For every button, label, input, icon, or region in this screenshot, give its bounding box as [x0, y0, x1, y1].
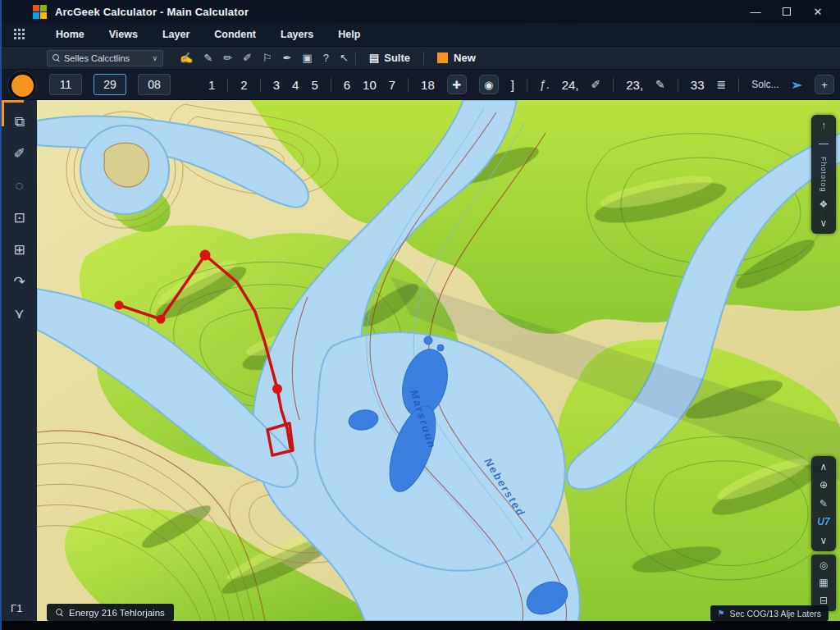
screen-icon[interactable]: ⊡ — [13, 211, 25, 225]
record-orange-button[interactable] — [7, 71, 37, 100]
flag-icon[interactable]: ⚐ — [262, 52, 272, 64]
pen-icon[interactable]: ✐ — [243, 52, 252, 64]
num-4[interactable]: 4 — [292, 78, 299, 92]
grid-icon[interactable]: ▦ — [819, 577, 828, 588]
number-box-11[interactable]: 11 — [49, 74, 82, 95]
lasso-icon[interactable]: ↖ — [340, 52, 349, 64]
numbers-strip: 12345610718✚◉]ƒ.24,✐23,✎33≣Solc...➢+ — [208, 75, 840, 94]
map-right-panel-bottom[interactable]: ∧ ⊕ ✎ U7 ∨ — [811, 456, 836, 551]
num-3[interactable]: 3 — [273, 78, 280, 92]
num-24[interactable]: 24, — [562, 78, 579, 92]
calligraphy-pen-icon[interactable]: ✍ — [180, 52, 193, 64]
dashed-circle-select-icon[interactable]: ◌ — [15, 179, 23, 193]
num-5[interactable]: 5 — [311, 78, 317, 92]
menu-item[interactable]: Help — [326, 23, 372, 47]
app-grid-icon[interactable] — [14, 29, 25, 40]
minus-icon[interactable]: — — [819, 138, 829, 149]
toolbar-icons: ✍✎✏✐⚐✒▣?↖ — [180, 52, 349, 64]
route-vertex[interactable] — [157, 315, 166, 324]
separator — [260, 78, 261, 92]
sort-list-icon[interactable]: ≣ — [717, 78, 727, 91]
marker-icon[interactable]: ✎ — [203, 52, 212, 64]
num-6[interactable]: 6 — [344, 78, 350, 92]
new-color-swatch-icon — [437, 52, 448, 63]
number-boxes: 11 29 08 — [49, 74, 171, 95]
pencil-icon[interactable]: ✐ — [591, 78, 601, 91]
app-logo-icon — [33, 5, 47, 19]
num-23[interactable]: 23, — [626, 78, 643, 92]
add-square-icon[interactable]: ✚ — [447, 75, 467, 94]
tool-bar: Selles Calcctlins ∨ ✍✎✏✐⚐✒▣?↖ ▤ Sulte Ne… — [2, 47, 840, 70]
menu-bar: HomeViewsLayerCondentLayersHelp — [2, 23, 840, 47]
chevron-down-icon: ∨ — [152, 54, 158, 62]
new-button[interactable]: New — [431, 52, 482, 64]
menu-items: HomeViewsLayerCondentLayersHelp — [43, 23, 372, 47]
map-right-panel-extra[interactable]: ◎ ▦ ⊟ — [811, 555, 836, 611]
panel-vertical-label: Fhototog — [819, 157, 828, 193]
circle-select-icon[interactable]: ◎ — [819, 559, 828, 571]
toolbar-separator — [355, 52, 356, 65]
number-box-08[interactable]: 08 — [138, 74, 171, 95]
arrow-up-icon[interactable]: ↑ — [821, 120, 826, 131]
boxed-document-icon[interactable]: ▣ — [303, 52, 313, 64]
close-button[interactable]: ✕ — [802, 0, 833, 23]
pen-icon[interactable]: ✎ — [819, 498, 828, 509]
menu-item[interactable]: Layer — [150, 23, 202, 47]
num-10[interactable]: 10 — [363, 78, 377, 92]
num-18[interactable]: 18 — [421, 78, 435, 92]
window-title: ArcGeek Calculator - Main Calculator — [55, 6, 249, 18]
menu-item[interactable]: Home — [43, 23, 97, 47]
add-item-icon[interactable]: + — [815, 75, 834, 94]
num-2[interactable]: 2 — [240, 78, 247, 92]
menu-item[interactable]: Layers — [268, 23, 326, 47]
curve-path-icon[interactable]: ↷ — [13, 275, 25, 289]
route-vertex[interactable] — [200, 250, 211, 261]
menu-item[interactable]: Condent — [202, 23, 268, 47]
active-tool-highlight — [2, 100, 24, 126]
num-33[interactable]: 33 — [691, 78, 705, 92]
pencil-icon[interactable]: ✏ — [223, 52, 232, 64]
map-search-pill[interactable]: Energy 216 Tehlorjains — [47, 604, 174, 621]
number-box-29-selected[interactable]: 29 — [94, 74, 126, 95]
tool-diamond-icon[interactable]: ❖ — [819, 199, 829, 210]
topo-map[interactable]: Marsruun Nebersted — [37, 100, 840, 621]
function-icon[interactable]: ƒ. — [540, 78, 550, 91]
lasso-select-icon[interactable]: ➢ — [792, 77, 802, 93]
maximize-button[interactable] — [771, 0, 802, 23]
map-viewport[interactable]: Marsruun Nebersted — [37, 100, 840, 621]
pen-icon[interactable]: ✎ — [655, 78, 665, 91]
bracket-label: ] — [511, 78, 514, 92]
camera-icon[interactable]: ◉ — [479, 75, 499, 94]
menu-item[interactable]: Views — [97, 23, 150, 47]
separator — [408, 78, 409, 92]
map-right-panel-top[interactable]: ↑ — Fhototog ❖ ∨ — [811, 115, 836, 234]
search-dropdown[interactable]: Selles Calcctlins ∨ — [47, 50, 163, 66]
solc-label[interactable]: Solc... — [751, 79, 778, 90]
map-search-text: Energy 216 Tehlorjains — [69, 608, 165, 618]
fountain-pen-icon[interactable]: ✒ — [283, 52, 292, 64]
suite-button[interactable]: ▤ Sulte — [363, 52, 417, 64]
route-vertex[interactable] — [115, 301, 124, 310]
e3-layers-icon[interactable]: ⊟ — [819, 595, 828, 606]
pen-tool-icon[interactable]: ✐ — [13, 147, 25, 161]
chevron-down-icon[interactable]: ∨ — [820, 217, 828, 229]
num-7[interactable]: 7 — [389, 78, 395, 92]
minimize-button[interactable]: — — [740, 0, 771, 23]
chevron-down-icon[interactable]: ∨ — [820, 535, 828, 546]
route-vertex[interactable] — [272, 384, 282, 394]
chevron-up-icon[interactable]: ∧ — [820, 461, 828, 472]
shield-flag-icon: ⚑ — [718, 609, 725, 618]
layers-status-badge[interactable]: ⚑ Sec COG/13 Alje Laters — [710, 605, 829, 621]
u7-tool-icon[interactable]: U7 — [817, 516, 829, 527]
grid-table-icon[interactable]: ⊞ — [13, 243, 25, 257]
num-1[interactable]: 1 — [208, 78, 215, 92]
left-sidebar: ⧉✐◌⊡⊞↷⋎ Γ1 — [2, 100, 37, 621]
separator — [678, 78, 678, 92]
globe-icon[interactable]: ⊕ — [819, 479, 828, 491]
separator — [527, 78, 527, 92]
help-icon[interactable]: ? — [323, 52, 329, 64]
search-dropdown-value: Selles Calcctlins — [64, 53, 148, 63]
maximize-icon — [783, 7, 791, 16]
funnel-icon[interactable]: ⋎ — [14, 307, 24, 321]
record-orange-icon — [11, 75, 34, 97]
